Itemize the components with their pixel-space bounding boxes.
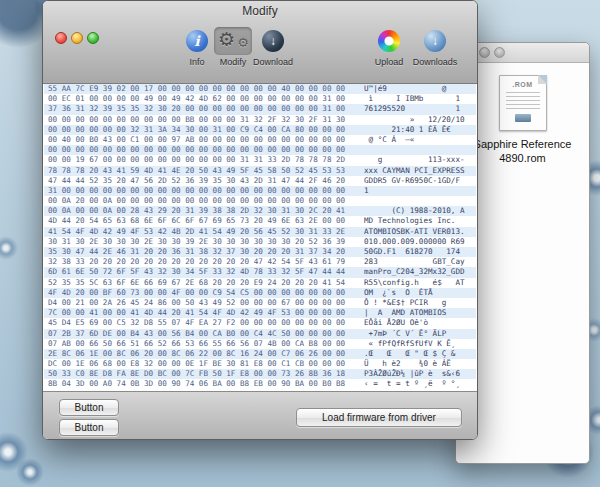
hex-bytes: 00 40 00 B0 43 00 C1 00 00 97 AB 00 00 0…	[44, 135, 364, 145]
hex-bytes: 00 EC 01 00 00 00 00 49 00 49 42 4D 62 0…	[44, 94, 364, 104]
hex-row[interactable]: 4F 4D 20 00 BF 60 73 00 00 4F 00 00 C9 5…	[44, 288, 476, 298]
hex-ascii	[364, 145, 476, 155]
hex-editor[interactable]: 55 AA 7C E9 39 02 00 17 00 00 00 00 00 0…	[44, 84, 476, 391]
hex-bytes: 30 31 30 2E 30 30 30 2E 30 30 39 2E 30 3…	[44, 237, 364, 247]
hex-bytes: 45 D4 E5 69 00 C5 32 D8 55 07 4F EA 27 F…	[44, 318, 364, 328]
minimize-icon[interactable]	[479, 47, 490, 58]
hex-row[interactable]: 52 35 35 5C 63 6F 6E 66 69 67 2E 68 20 2…	[44, 278, 476, 288]
hex-row[interactable]: 8B 04 3D 00 A0 74 0B 3D 00 90 74 06 BA 0…	[44, 379, 476, 389]
hex-bytes: DC 00 1E 06 68 00 E8 32 00 00 0E 1F BE 3…	[44, 359, 364, 369]
hex-ascii: MD Technologies Inc.	[364, 216, 476, 226]
hex-rows: 55 AA 7C E9 39 02 00 17 00 00 00 00 00 0…	[44, 84, 476, 390]
hex-row[interactable]: DC 00 1E 06 68 00 E8 32 00 00 0E 1F BE 3…	[44, 359, 476, 369]
hex-row[interactable]: 00 00 00 00 00 00 00 00 00 00 BB 00 00 0…	[44, 115, 476, 125]
hex-row[interactable]: 78 78 78 20 43 41 59 4D 41 4E 20 50 43 4…	[44, 166, 476, 176]
bottom-bar: Button Button Load firmware from driver	[43, 391, 477, 439]
hex-row[interactable]: 00 40 00 B0 43 00 C1 00 00 97 AB 00 00 0…	[44, 135, 476, 145]
zoom-icon[interactable]	[494, 47, 505, 58]
hex-row[interactable]: 00 0A 20 00 0A 00 00 00 00 00 00 00 00 0…	[44, 196, 476, 206]
hex-bytes: 31 00 00 00 00 00 00 00 00 00 00 00 00 0…	[44, 186, 364, 196]
hex-ascii: 761295520 1	[364, 104, 476, 114]
rom-chip-icon	[515, 114, 531, 122]
hex-ascii: @ °C Á —«	[364, 135, 476, 145]
hex-row[interactable]: 00 0A 00 00 0A 00 28 43 29 20 31 39 38 3…	[44, 206, 476, 216]
toolbar-item-upload[interactable]: Upload	[363, 27, 415, 67]
hex-row[interactable]: 2E 8C 06 1E 00 8C 06 20 00 8C 06 22 00 8…	[44, 349, 476, 359]
button-bottom[interactable]: Button	[59, 419, 119, 436]
hex-bytes: 41 54 4F 4D 42 49 4F 53 42 4B 2D 41 54 4…	[44, 227, 364, 237]
hex-ascii: manPro_C204_32Mx32_GDD	[364, 267, 476, 277]
hex-ascii: ì I IBMb 1	[364, 94, 476, 104]
hex-row[interactable]: 00 00 19 67 00 00 00 00 00 00 00 00 00 0…	[44, 155, 476, 165]
hex-row[interactable]: 7C 00 00 41 00 00 41 4D 44 20 41 54 4F 4…	[44, 308, 476, 318]
rom-file-icon[interactable]: .ROM	[499, 75, 547, 131]
toolbar-label: Download	[253, 57, 293, 67]
hex-row[interactable]: 32 38 33 20 20 20 20 20 20 20 20 20 20 2…	[44, 257, 476, 267]
hex-bytes: 52 35 35 5C 63 6F 6E 66 69 67 2E 68 20 2…	[44, 278, 364, 288]
load-firmware-button[interactable]: Load firmware from driver	[296, 408, 462, 427]
hex-ascii: 21:40 1 ÉÄ Ê€	[364, 125, 476, 135]
hex-row[interactable]: 50 33 C0 8E D8 FA 8E D0 BC 00 7C FB 50 1…	[44, 369, 476, 379]
hex-bytes: 78 78 78 20 43 41 59 4D 41 4E 20 50 43 4…	[44, 166, 364, 176]
hex-row[interactable]: 00 EC 01 00 00 00 00 49 00 49 42 4D 62 0…	[44, 94, 476, 104]
toolbar-label: Upload	[375, 57, 404, 67]
toolbar-item-downloads[interactable]: ↓ Downloads	[409, 27, 461, 67]
hex-row[interactable]: 35 30 47 44 2E 46 31 20 20 36 31 38 32 3…	[44, 247, 476, 257]
color-wheel-icon	[378, 30, 400, 52]
hex-bytes: D4 00 21 00 2A 26 45 24 86 00 50 43 49 5…	[44, 298, 364, 308]
hex-row[interactable]: 00 00 00 00 00 00 00 00 00 00 00 00 00 0…	[44, 145, 476, 155]
hex-row[interactable]: 4D 44 20 54 65 63 68 6E 6F 6C 6F 67 69 6…	[44, 216, 476, 226]
hex-row[interactable]: 00 00 00 00 00 00 32 31 3A 34 30 00 31 0…	[44, 125, 476, 135]
rom-icon-textlines	[506, 92, 540, 112]
hex-bytes: 35 30 47 44 2E 46 31 20 20 36 31 38 32 3…	[44, 247, 364, 257]
hex-ascii: ‹ = t = t º ¸ë º °¸	[364, 379, 476, 389]
hex-bytes: 07 2B 37 6D DE 00 B4 43 00 56 B4 00 CA B…	[44, 329, 364, 339]
hex-ascii: .Œ Œ Œ " Œ $ Ç &	[364, 349, 476, 359]
hex-row[interactable]: 31 00 00 00 00 00 00 00 00 00 00 00 00 0…	[44, 186, 476, 196]
toolbar-label: Info	[189, 57, 204, 67]
hex-ascii: +7mÞ ´C V´ Ê° ÄLP	[364, 329, 476, 339]
close-icon[interactable]	[55, 32, 67, 44]
hex-ascii: OM ¿`s O ÉTÅ	[364, 288, 476, 298]
hex-ascii: ATOMBIOSBK-ATI VER013.	[364, 227, 476, 237]
hex-bytes: 00 00 00 00 00 00 00 00 00 00 BB 00 00 0…	[44, 115, 364, 125]
hex-row[interactable]: 45 D4 E5 69 00 C5 32 D8 55 07 4F EA 27 F…	[44, 318, 476, 328]
modify-window: Modify i Info ⚙ ⚙ Modify ↓ Download Uplo…	[42, 0, 478, 440]
hex-row[interactable]: D4 00 21 00 2A 26 45 24 86 00 50 43 49 5…	[44, 298, 476, 308]
hex-row[interactable]: 37 36 31 32 39 35 35 32 30 20 00 00 00 0…	[44, 104, 476, 114]
button-top[interactable]: Button	[59, 399, 119, 416]
hex-bytes: 37 36 31 32 39 35 35 32 30 20 00 00 00 0…	[44, 104, 364, 114]
page-fold-icon	[538, 75, 547, 84]
minimize-icon[interactable]	[71, 32, 83, 44]
hex-row[interactable]: 41 54 4F 4D 42 49 4F 53 42 4B 2D 41 54 4…	[44, 227, 476, 237]
zoom-icon[interactable]	[87, 32, 99, 44]
hex-row[interactable]: 47 44 44 52 35 20 47 56 2D 52 36 39 35 3…	[44, 176, 476, 186]
hex-ascii: Ô ! *&E$† PCIR g	[364, 298, 476, 308]
hex-row[interactable]: 55 AA 7C E9 39 02 00 17 00 00 00 00 00 0…	[44, 84, 476, 94]
hex-ascii: Ü h è2 ¾0 è ÁË	[364, 359, 476, 369]
hex-ascii: (C) 1988-2010, A	[364, 206, 476, 216]
hex-ascii: P3ÀŽØúŽÐ¼ |ûP è s&‹6	[364, 369, 476, 379]
titlebar[interactable]: Modify i Info ⚙ ⚙ Modify ↓ Download Uplo…	[43, 1, 477, 84]
hex-row[interactable]: 30 31 30 2E 30 30 30 2E 30 30 39 2E 30 3…	[44, 237, 476, 247]
hex-bytes: 00 00 00 00 00 00 32 31 3A 34 30 00 31 0…	[44, 125, 364, 135]
hex-row[interactable]: 07 2B 37 6D DE 00 B4 43 00 56 B4 00 CA B…	[44, 329, 476, 339]
hex-bytes: 7C 00 00 41 00 00 41 4D 44 20 41 54 4F 4…	[44, 308, 364, 318]
hex-ascii: 010.000.009.000000 R69	[364, 237, 476, 247]
window-title: Modify	[43, 4, 477, 18]
toolbar-item-download[interactable]: ↓ Download	[247, 27, 299, 67]
hex-row[interactable]: 6D 61 6E 50 72 6F 5F 43 32 30 34 5F 33 3…	[44, 267, 476, 277]
hex-ascii: 283 GBT_Cay	[364, 257, 476, 267]
hex-bytes: 00 00 00 00 00 00 00 00 00 00 00 00 00 0…	[44, 145, 364, 155]
hex-ascii: 50GD.F1 618270 174	[364, 247, 476, 257]
download-sphere-icon: ↓	[262, 30, 284, 52]
toolbar-label: Downloads	[413, 57, 458, 67]
hex-bytes: 47 44 44 52 35 20 47 56 2D 52 36 39 35 3…	[44, 176, 364, 186]
hex-bytes: 00 0A 00 00 0A 00 28 43 29 20 31 39 38 3…	[44, 206, 364, 216]
hex-bytes: 8B 04 3D 00 A0 74 0B 3D 00 90 74 06 BA 0…	[44, 379, 364, 389]
hex-row[interactable]: 07 AB 00 66 50 66 51 66 52 66 53 66 55 6…	[44, 339, 476, 349]
hex-ascii: | A AMD ATOMBIOS	[364, 308, 476, 318]
hex-bytes: 00 0A 20 00 0A 00 00 00 00 00 00 00 00 0…	[44, 196, 364, 206]
hex-bytes: 07 AB 00 66 50 66 51 66 52 66 53 66 55 6…	[44, 339, 364, 349]
hex-bytes: 32 38 33 20 20 20 20 20 20 20 20 20 20 2…	[44, 257, 364, 267]
